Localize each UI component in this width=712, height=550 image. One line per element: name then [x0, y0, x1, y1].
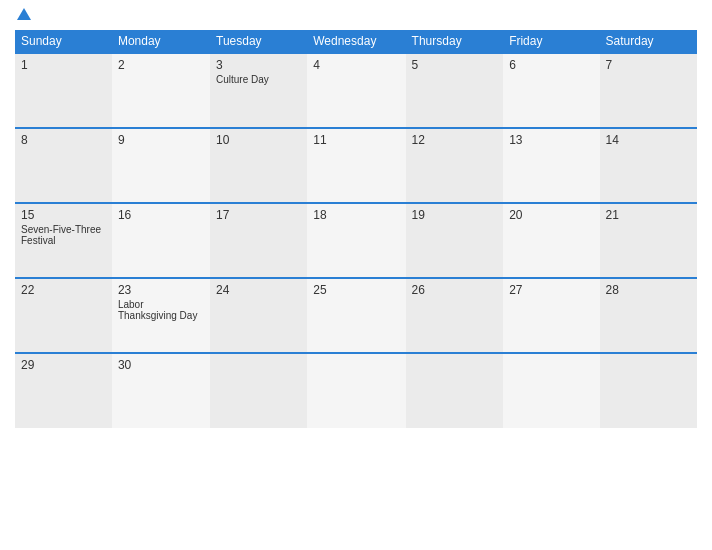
- calendar-cell: 16: [112, 203, 210, 278]
- day-number: 30: [118, 358, 204, 372]
- calendar-cell: 2: [112, 53, 210, 128]
- calendar-cell: 1: [15, 53, 112, 128]
- calendar-cell: [307, 353, 405, 428]
- day-number: 10: [216, 133, 301, 147]
- weekday-header-tuesday: Tuesday: [210, 30, 307, 53]
- day-number: 5: [412, 58, 498, 72]
- day-number: 2: [118, 58, 204, 72]
- holiday-label: Seven-Five-Three Festival: [21, 224, 106, 246]
- calendar-cell: 26: [406, 278, 504, 353]
- header: [15, 10, 697, 22]
- day-number: 21: [606, 208, 691, 222]
- calendar-cell: 10: [210, 128, 307, 203]
- weekday-header-friday: Friday: [503, 30, 599, 53]
- day-number: 29: [21, 358, 106, 372]
- calendar-cell: 7: [600, 53, 697, 128]
- day-number: 17: [216, 208, 301, 222]
- calendar-cell: [406, 353, 504, 428]
- day-number: 9: [118, 133, 204, 147]
- week-row-5: 2930: [15, 353, 697, 428]
- calendar-cell: 25: [307, 278, 405, 353]
- day-number: 20: [509, 208, 593, 222]
- logo-triangle-icon: [17, 8, 31, 20]
- calendar-cell: 8: [15, 128, 112, 203]
- week-row-1: 123Culture Day4567: [15, 53, 697, 128]
- weekday-header-sunday: Sunday: [15, 30, 112, 53]
- calendar-cell: 21: [600, 203, 697, 278]
- day-number: 6: [509, 58, 593, 72]
- calendar-cell: 17: [210, 203, 307, 278]
- calendar-cell: [210, 353, 307, 428]
- weekday-header-row: SundayMondayTuesdayWednesdayThursdayFrid…: [15, 30, 697, 53]
- calendar-cell: 11: [307, 128, 405, 203]
- calendar-cell: 20: [503, 203, 599, 278]
- day-number: 18: [313, 208, 399, 222]
- day-number: 11: [313, 133, 399, 147]
- holiday-label: Culture Day: [216, 74, 301, 85]
- week-row-4: 2223Labor Thanksgiving Day2425262728: [15, 278, 697, 353]
- calendar-cell: 24: [210, 278, 307, 353]
- weekday-header-wednesday: Wednesday: [307, 30, 405, 53]
- calendar-cell: 12: [406, 128, 504, 203]
- calendar-cell: 22: [15, 278, 112, 353]
- calendar-cell: 30: [112, 353, 210, 428]
- weekday-header-monday: Monday: [112, 30, 210, 53]
- calendar-cell: 14: [600, 128, 697, 203]
- day-number: 24: [216, 283, 301, 297]
- calendar-cell: 5: [406, 53, 504, 128]
- day-number: 23: [118, 283, 204, 297]
- day-number: 8: [21, 133, 106, 147]
- day-number: 12: [412, 133, 498, 147]
- calendar-container: SundayMondayTuesdayWednesdayThursdayFrid…: [0, 0, 712, 550]
- calendar-cell: 19: [406, 203, 504, 278]
- calendar-cell: 27: [503, 278, 599, 353]
- day-number: 25: [313, 283, 399, 297]
- day-number: 7: [606, 58, 691, 72]
- calendar-cell: 9: [112, 128, 210, 203]
- calendar-cell: 23Labor Thanksgiving Day: [112, 278, 210, 353]
- calendar-cell: 28: [600, 278, 697, 353]
- calendar-cell: 29: [15, 353, 112, 428]
- calendar-cell: 18: [307, 203, 405, 278]
- logo: [15, 10, 31, 22]
- calendar-cell: 13: [503, 128, 599, 203]
- calendar-cell: 3Culture Day: [210, 53, 307, 128]
- day-number: 16: [118, 208, 204, 222]
- calendar-table: SundayMondayTuesdayWednesdayThursdayFrid…: [15, 30, 697, 428]
- day-number: 15: [21, 208, 106, 222]
- weekday-header-saturday: Saturday: [600, 30, 697, 53]
- day-number: 27: [509, 283, 593, 297]
- day-number: 4: [313, 58, 399, 72]
- day-number: 14: [606, 133, 691, 147]
- week-row-2: 891011121314: [15, 128, 697, 203]
- day-number: 3: [216, 58, 301, 72]
- holiday-label: Labor Thanksgiving Day: [118, 299, 204, 321]
- day-number: 26: [412, 283, 498, 297]
- day-number: 19: [412, 208, 498, 222]
- day-number: 22: [21, 283, 106, 297]
- calendar-cell: [600, 353, 697, 428]
- calendar-cell: [503, 353, 599, 428]
- calendar-cell: 15Seven-Five-Three Festival: [15, 203, 112, 278]
- day-number: 13: [509, 133, 593, 147]
- week-row-3: 15Seven-Five-Three Festival161718192021: [15, 203, 697, 278]
- calendar-cell: 4: [307, 53, 405, 128]
- day-number: 1: [21, 58, 106, 72]
- calendar-cell: 6: [503, 53, 599, 128]
- day-number: 28: [606, 283, 691, 297]
- weekday-header-thursday: Thursday: [406, 30, 504, 53]
